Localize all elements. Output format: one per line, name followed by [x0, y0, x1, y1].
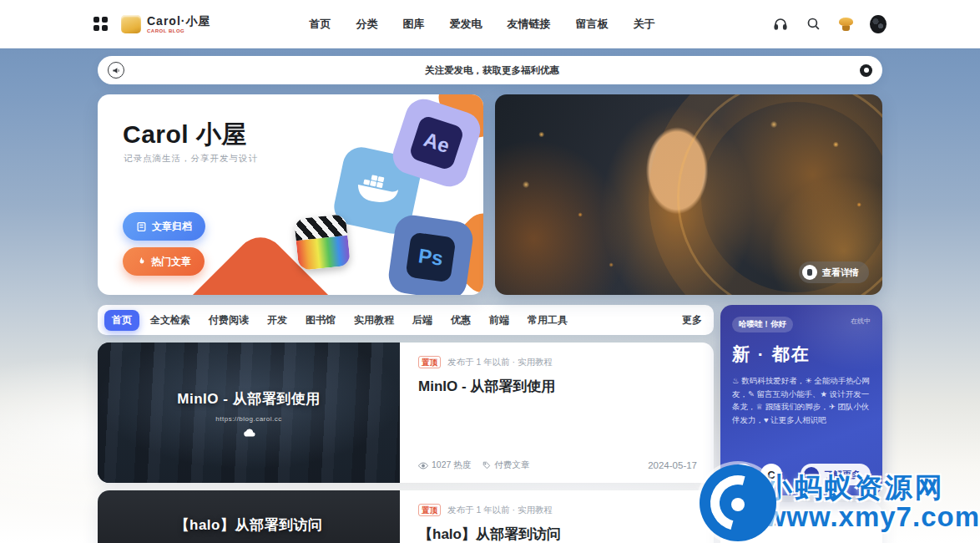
article-date: 2024-05-17: [648, 460, 697, 470]
article-tag: 付费文章: [494, 459, 529, 471]
logo-box-icon: [121, 15, 141, 33]
cover-title: MinIO - 从部署到使用: [177, 389, 320, 409]
archive-button[interactable]: 文章归档: [123, 212, 205, 241]
hero-banner-image[interactable]: 查看详情: [495, 94, 882, 295]
main-nav: 首页 分类 图库 爱发电 友情链接 留言板 关于: [309, 17, 654, 32]
profile-title: 新 · 都在: [732, 343, 871, 366]
arrow-right-icon: →: [804, 467, 819, 482]
megaphone-icon: [108, 62, 124, 79]
nav-item-home[interactable]: 首页: [309, 17, 331, 32]
banner-button-label: 查看详情: [822, 266, 859, 279]
apps-menu-icon[interactable]: [93, 17, 108, 31]
nav-item-guestbook[interactable]: 留言板: [575, 17, 608, 32]
reward-gold-icon[interactable]: [837, 16, 854, 33]
pinned-badge: 置顶: [418, 504, 441, 516]
learn-more-button[interactable]: → 了解更多: [801, 464, 871, 485]
tab-fulltext[interactable]: 全文检索: [143, 310, 198, 331]
online-status: 在线中: [851, 317, 871, 326]
headphones-icon[interactable]: [772, 16, 789, 33]
photoshop-icon: Ps: [386, 213, 475, 295]
tab-tutorials[interactable]: 实用教程: [346, 310, 402, 331]
article-cover-minio[interactable]: MinIO - 从部署到使用 https://blog.carol.cc: [98, 343, 400, 483]
nav-item-friends[interactable]: 友情链接: [507, 17, 550, 32]
tab-deals[interactable]: 优惠: [443, 310, 478, 331]
tab-dev[interactable]: 开发: [260, 310, 295, 331]
article-card-minio: MinIO - 从部署到使用 https://blog.carol.cc 置顶 …: [98, 343, 714, 483]
hot-articles-button-label: 热门文章: [151, 255, 191, 269]
site-title: Carol 小屋: [123, 118, 247, 152]
article-title[interactable]: MinIO - 从部署到使用: [418, 377, 697, 396]
tab-backend[interactable]: 后端: [405, 310, 440, 331]
wechat-card-title: 微信赞赏码: [732, 515, 871, 530]
article-cover-halo[interactable]: 【halo】从部署到访问: [98, 490, 400, 543]
announcement-text: 关注爱发电，获取更多福利优惠: [124, 64, 860, 77]
category-tabbar: 首页 全文检索 付费阅读 开发 图书馆 实用教程 后端 优惠 前端 常用工具 更…: [98, 305, 714, 335]
tab-library[interactable]: 图书馆: [298, 310, 343, 331]
banner-detail-button[interactable]: 查看详情: [799, 261, 869, 283]
article-views: 1027 热度: [432, 459, 471, 471]
github-icon[interactable]: G: [732, 464, 754, 485]
article-title[interactable]: 【halo】从部署到访问: [418, 525, 697, 543]
cover-title: 【halo】从部署到访问: [175, 515, 323, 535]
greeting-badge: 哈喽哇！你好: [732, 317, 793, 332]
pinned-badge: 置顶: [418, 356, 441, 368]
author-profile-card: 哈喽哇！你好 在线中 新 · 都在 ♨ 数码科技爱好者，☀ 全能动手热心网友，✎…: [720, 305, 882, 495]
announcement-close-icon[interactable]: [860, 64, 872, 77]
tab-frontend[interactable]: 前端: [482, 310, 517, 331]
top-navbar: Carol·小屋 CAROL BLOG 首页 分类 图库 爱发电 友情链接 留言…: [0, 0, 980, 48]
site-subtitle: 记录点滴生活，分享开发与设计: [124, 153, 258, 165]
play-icon: [802, 265, 817, 280]
hot-articles-button[interactable]: 热门文章: [123, 247, 205, 276]
tab-tools[interactable]: 常用工具: [520, 310, 575, 331]
cloud-icon: [243, 428, 255, 437]
logo-text: Carol·小屋: [147, 15, 210, 27]
article-card-halo: 【halo】从部署到访问 置顶 发布于 1 年以前 · 实用教程 【halo】从…: [98, 490, 714, 543]
article-meta: 发布于 1 年以前 · 实用教程: [447, 505, 553, 516]
user-avatar[interactable]: [870, 16, 887, 33]
learn-more-label: 了解更多: [824, 469, 861, 481]
announcement-bar[interactable]: 关注爱发电，获取更多福利优惠: [98, 56, 882, 84]
nav-item-gallery[interactable]: 图库: [402, 17, 424, 32]
tab-paid-reading[interactable]: 付费阅读: [201, 310, 256, 331]
logo-subtext: CAROL BLOG: [147, 28, 210, 33]
tab-home[interactable]: 首页: [104, 310, 139, 331]
nav-item-categories[interactable]: 分类: [356, 17, 377, 32]
article-meta: 发布于 1 年以前 · 实用教程: [447, 357, 553, 368]
profile-hero-card: Ae Ps Carol 小屋 记录点滴生活，分享开发与设计 文章归档 热门文章: [98, 94, 483, 295]
tabs-more-link[interactable]: 更多: [682, 313, 707, 327]
nav-item-afdian[interactable]: 爱发电: [449, 17, 482, 32]
cover-subtitle: https://blog.carol.cc: [215, 415, 281, 423]
site-logo[interactable]: Carol·小屋 CAROL BLOG: [121, 15, 210, 33]
ae-label: Ae: [408, 114, 465, 171]
search-icon[interactable]: [805, 16, 821, 33]
nav-item-about[interactable]: 关于: [633, 17, 654, 32]
final-cut-icon: [294, 214, 351, 271]
ps-label: Ps: [406, 232, 457, 283]
wechat-reward-card: 微信赞赏码: [720, 502, 882, 543]
profile-bio: ♨ 数码科技爱好者，☀ 全能动手热心网友，✎ 留言互动小能手、★ 设计开发一条龙…: [732, 374, 871, 427]
archive-button-label: 文章归档: [152, 220, 192, 234]
gitee-icon[interactable]: C: [760, 464, 782, 485]
